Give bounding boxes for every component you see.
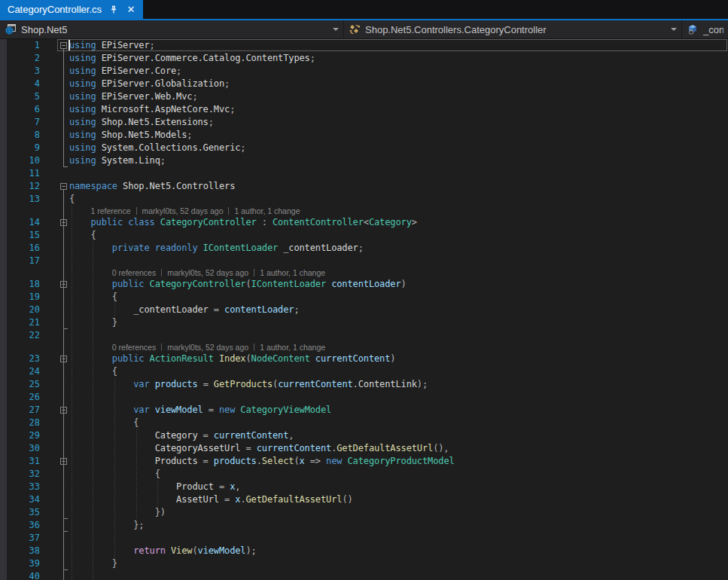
fold-margin [41, 304, 69, 316]
line-number: 37 [0, 532, 41, 545]
tab-categorycontroller[interactable]: CategoryController.cs ✕ [0, 0, 143, 19]
code-line[interactable]: 10using System.Linq; [0, 154, 728, 167]
line-number: 8 [0, 129, 41, 142]
code-line[interactable]: 34 AssetUrl = x.GetDefaultAssetUrl() [0, 493, 728, 506]
line-number: 28 [0, 417, 41, 429]
code-line[interactable]: 33 Product = x, [0, 481, 728, 493]
code-line[interactable]: 39 } [0, 557, 728, 570]
fold-margin [41, 481, 69, 493]
code-text: public class CategoryController : Conten… [69, 216, 417, 229]
code-text: using Shop.Net5.Extensions; [69, 116, 214, 129]
type-name: Shop.Net5.Controllers.CategoryController [365, 24, 547, 35]
fold-margin [41, 417, 69, 429]
code-line[interactable]: 21 } [0, 316, 728, 329]
close-icon[interactable]: ✕ [126, 5, 136, 15]
code-line[interactable]: 7using Shop.Net5.Extensions; [0, 116, 728, 129]
codelens-row: 0 referencesmarkyl0ts, 52 days ago1 auth… [0, 342, 728, 353]
line-number: 35 [0, 506, 41, 519]
line-number: 25 [0, 378, 41, 391]
code-line[interactable]: 6using Microsoft.AspNetCore.Mvc; [0, 103, 728, 116]
fold-toggle-icon[interactable]: − [60, 183, 67, 190]
code-line[interactable]: 29 Category = currentContent, [0, 429, 728, 442]
codelens-link[interactable]: markyl0ts, 52 days ago [167, 267, 248, 278]
code-line[interactable]: 35 }) [0, 506, 728, 519]
fold-margin [41, 316, 69, 329]
code-text: using Microsoft.AspNetCore.Mvc; [69, 103, 235, 116]
codelens-text: 1 referencemarkyl0ts, 52 days ago1 autho… [69, 206, 300, 216]
type-dropdown[interactable]: Shop.Net5.Controllers.CategoryController [344, 20, 681, 38]
fold-margin [41, 267, 69, 278]
codelens-link[interactable]: 0 references [112, 342, 156, 353]
line-number: 9 [0, 142, 41, 154]
code-text: { [69, 291, 117, 304]
line-number: 15 [0, 229, 41, 242]
code-line[interactable]: 37 [0, 532, 728, 545]
code-line[interactable]: 13{ [0, 193, 728, 206]
line-number: 40 [0, 570, 41, 580]
line-number: 17 [0, 255, 41, 267]
code-line[interactable]: 38 return View(viewModel); [0, 545, 728, 557]
code-line[interactable]: 24 { [0, 365, 728, 378]
fold-margin [41, 329, 69, 342]
line-number: 19 [0, 291, 41, 304]
line-number: 21 [0, 316, 41, 329]
codelens-link[interactable]: markyl0ts, 52 days ago [167, 342, 248, 353]
code-line[interactable]: 19 { [0, 291, 728, 304]
member-name: _con [703, 24, 723, 35]
chevron-down-icon[interactable] [671, 28, 677, 31]
project-dropdown[interactable]: Shop.Net5 [0, 20, 343, 38]
code-line[interactable]: 26 [0, 391, 728, 404]
code-line[interactable]: 27− var viewModel = new CategoryViewMode… [0, 404, 728, 417]
code-line[interactable]: 2using EPiServer.Commerce.Catalog.Conten… [0, 52, 728, 65]
field-private-icon [687, 23, 699, 35]
codelens-link[interactable]: 1 author, 1 change [234, 206, 300, 216]
code-text: private readonly IContentLoader _content… [69, 242, 364, 255]
code-line[interactable]: 3using EPiServer.Core; [0, 65, 728, 78]
codelens-link[interactable]: 1 reference [90, 206, 130, 216]
codelens-link[interactable]: 0 references [112, 267, 156, 278]
code-line[interactable]: 28 { [0, 417, 728, 429]
code-line[interactable]: 12−namespace Shop.Net5.Controllers [0, 180, 728, 193]
code-line[interactable]: 23− public ActionResult Index(NodeConten… [0, 353, 728, 365]
code-line[interactable]: 11 [0, 167, 728, 180]
code-line[interactable]: 8using Shop.Net5.Models; [0, 129, 728, 142]
code-text: { [69, 417, 139, 429]
code-line[interactable]: 40 [0, 570, 728, 580]
codelens-link[interactable]: 1 author, 1 change [260, 267, 325, 278]
fold-margin: − [41, 278, 69, 291]
code-line[interactable]: 18− public CategoryController(IContentLo… [0, 278, 728, 291]
code-text: { [69, 229, 96, 242]
outline-line [63, 190, 64, 580]
chevron-down-icon[interactable] [333, 28, 339, 31]
fold-margin [41, 154, 69, 167]
code-line[interactable]: 17 [0, 255, 728, 267]
fold-margin [41, 242, 69, 255]
code-line[interactable]: 14− public class CategoryController : Co… [0, 216, 728, 229]
fold-margin [41, 519, 69, 532]
code-line[interactable]: 30 CategoryAssetUrl = currentContent.Get… [0, 442, 728, 455]
code-line[interactable]: 9using System.Collections.Generic; [0, 142, 728, 154]
code-line[interactable]: 5using EPiServer.Web.Mvc; [0, 90, 728, 103]
code-line[interactable]: 16 private readonly IContentLoader _cont… [0, 242, 728, 255]
code-line[interactable]: 4using EPiServer.Globalization; [0, 78, 728, 90]
fold-margin: − [41, 216, 69, 229]
code-editor[interactable]: 1−using EPiServer;2using EPiServer.Comme… [0, 39, 728, 580]
code-line[interactable]: 36 }; [0, 519, 728, 532]
pin-icon[interactable] [108, 5, 119, 15]
code-text: { [69, 193, 75, 206]
fold-margin [41, 291, 69, 304]
codelens-link[interactable]: markyl0ts, 52 days ago [142, 206, 224, 216]
code-line[interactable]: 15 { [0, 229, 728, 242]
codelens-link[interactable]: 1 author, 1 change [260, 342, 325, 353]
code-text: { [69, 365, 117, 378]
line-number: 11 [0, 167, 41, 180]
fold-margin: − [41, 180, 69, 193]
code-line[interactable]: 31− Products = products.Select(x => new … [0, 455, 728, 468]
code-text: using EPiServer; [69, 39, 155, 52]
code-line[interactable]: 20 _contentLoader = contentLoader; [0, 304, 728, 316]
code-line[interactable]: 25 var products = GetProducts(currentCon… [0, 378, 728, 391]
code-line[interactable]: 32 { [0, 468, 728, 481]
fold-margin [41, 65, 69, 78]
code-line[interactable]: 22 [0, 329, 728, 342]
member-dropdown[interactable]: _con [682, 20, 728, 38]
